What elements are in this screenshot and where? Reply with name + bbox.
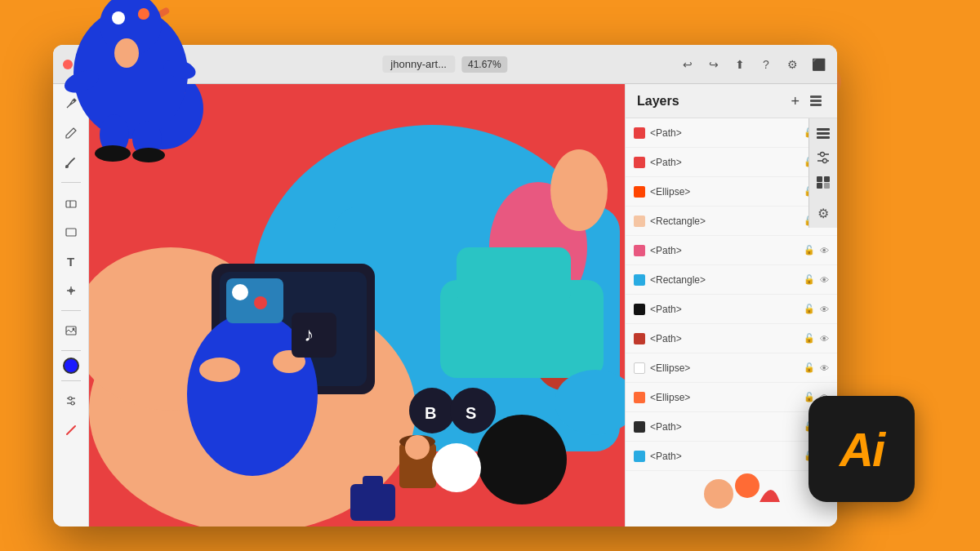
adjust-tool[interactable] [58, 388, 84, 414]
svg-rect-69 [817, 136, 830, 139]
svg-point-56 [432, 443, 481, 492]
layer-name: <Ellipse> [650, 362, 799, 374]
layer-name: <Path> [650, 451, 799, 462]
svg-rect-63 [363, 476, 383, 488]
layer-name: <Path> [650, 333, 799, 344]
visibility-icon[interactable]: 👁 [820, 363, 829, 373]
toolbar-separator-2 [61, 310, 81, 311]
svg-rect-76 [817, 183, 822, 189]
svg-point-10 [132, 148, 165, 162]
visibility-icon[interactable]: 👁 [820, 246, 829, 256]
svg-point-73 [823, 159, 827, 163]
svg-rect-74 [817, 176, 822, 182]
lock-icon[interactable]: 🔓 [804, 274, 815, 285]
layer-item[interactable]: <Ellipse>🔓👁 [626, 383, 837, 412]
layer-name: <Ellipse> [650, 186, 799, 198]
lock-icon[interactable]: 🔓 [804, 304, 815, 314]
layers-tab[interactable] [812, 122, 835, 144]
layer-item[interactable]: <Ellipse>🔓👁 [626, 177, 837, 207]
help-button[interactable]: ? [757, 56, 775, 73]
svg-rect-68 [817, 132, 830, 135]
layer-item[interactable]: <Path>🔓👁 [626, 295, 837, 324]
layer-item[interactable]: <Path>🔓👁 [626, 148, 837, 177]
toolbar-separator-4 [61, 380, 81, 381]
effects-tab[interactable] [812, 171, 835, 193]
svg-point-6 [114, 38, 139, 68]
svg-rect-16 [66, 201, 76, 207]
gear-tab[interactable]: ⚙ [812, 202, 835, 224]
layer-color [634, 392, 645, 403]
visibility-icon[interactable]: 👁 [820, 304, 829, 314]
svg-point-48 [477, 415, 567, 504]
svg-point-24 [69, 397, 72, 400]
image-tool[interactable] [58, 318, 84, 344]
eraser-tool[interactable] [58, 189, 84, 216]
layer-name: <Path> [650, 245, 799, 256]
panel-header: Layers + [626, 84, 837, 118]
svg-text:♪: ♪ [304, 323, 314, 345]
svg-point-11 [138, 8, 149, 20]
visibility-icon[interactable]: 👁 [820, 275, 829, 285]
redo-button[interactable]: ↪ [705, 56, 723, 73]
color-picker[interactable] [63, 358, 79, 374]
slash-tool[interactable] [58, 417, 84, 443]
toolbar-separator-3 [61, 350, 81, 351]
svg-point-15 [65, 165, 69, 168]
character-illustration [57, 0, 204, 163]
adjust-tab[interactable] [812, 146, 835, 169]
layer-name: <Path> [650, 127, 799, 139]
svg-point-25 [71, 402, 74, 405]
layer-color [634, 304, 645, 315]
text-tool[interactable]: T [58, 248, 84, 274]
svg-rect-65 [810, 100, 822, 102]
svg-rect-55 [457, 247, 571, 304]
panel-side-tabs: ⚙ [808, 118, 837, 228]
layers-panel-icon[interactable] [806, 91, 826, 111]
layer-color [634, 451, 645, 462]
layer-item[interactable]: <Path>🔓👁 [626, 236, 837, 265]
svg-text:B: B [425, 404, 436, 422]
layer-item[interactable]: <Rectangle>🔓👁 [626, 207, 837, 236]
rectangle-tool[interactable] [58, 219, 84, 245]
titlebar-actions: ↩ ↪ ⬆ ? ⚙ ⬛ [679, 56, 827, 73]
share-button[interactable]: ⬆ [731, 56, 749, 73]
layer-item[interactable]: <Path>🔓👁 [626, 324, 837, 353]
layer-item[interactable]: <Rectangle>🔓👁 [626, 265, 837, 295]
svg-point-41 [254, 296, 267, 309]
lock-icon[interactable]: 🔓 [804, 362, 815, 373]
filename-label: jhonny-art... [382, 56, 455, 73]
lock-icon[interactable]: 🔓 [804, 245, 815, 256]
title-center: jhonny-art... 41.67% [382, 56, 507, 73]
add-layer-button[interactable]: + [791, 94, 800, 109]
anchor-tool[interactable] [58, 278, 84, 304]
layer-color [634, 362, 645, 374]
ai-logo-text: Ai [840, 422, 884, 477]
layer-item[interactable]: <Ellipse>🔓👁 [626, 353, 837, 383]
layer-color [634, 245, 645, 256]
layer-color [634, 333, 645, 344]
svg-point-40 [232, 284, 248, 300]
svg-point-60 [550, 149, 608, 231]
svg-point-13 [735, 473, 760, 498]
svg-point-2 [112, 11, 125, 24]
layer-color [634, 421, 645, 433]
svg-line-26 [67, 426, 75, 434]
layer-name: <Rectangle> [650, 216, 799, 227]
undo-button[interactable]: ↩ [679, 56, 697, 73]
layer-name: <Path> [650, 421, 799, 433]
layer-name: <Path> [650, 304, 799, 315]
layer-color [634, 274, 645, 286]
persona-button[interactable]: ⬛ [809, 56, 827, 73]
svg-text:S: S [466, 404, 476, 422]
svg-rect-18 [66, 229, 76, 236]
lock-icon[interactable]: 🔓 [804, 333, 815, 344]
svg-point-12 [704, 479, 733, 509]
layer-item[interactable]: <Path>🔓👁 [626, 412, 837, 442]
ai-logo: Ai [808, 396, 915, 502]
svg-rect-62 [350, 484, 395, 521]
svg-point-51 [405, 435, 430, 460]
settings-button[interactable]: ⚙ [783, 56, 801, 73]
layer-item[interactable]: <Path>🔓👁 [626, 118, 837, 148]
visibility-icon[interactable]: 👁 [820, 334, 829, 344]
panel-title: Layers [637, 94, 679, 109]
